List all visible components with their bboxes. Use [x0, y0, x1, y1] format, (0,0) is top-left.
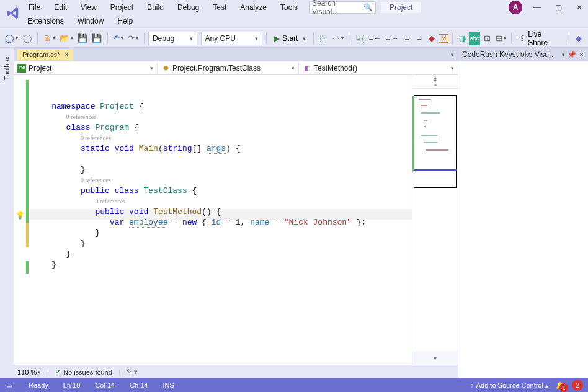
- config-label: Debug: [153, 34, 174, 43]
- tool-a-button[interactable]: ⬚: [318, 32, 329, 45]
- menu-bar-row2: Extensions Window Help: [0, 14, 588, 29]
- separator: [37, 33, 38, 44]
- panel-title-label: CodeRush Keystroke Visuali...: [462, 50, 559, 59]
- gutter: 💡: [14, 75, 26, 365]
- tool-b-button[interactable]: ⋯: [330, 32, 345, 45]
- output-icon[interactable]: ▭: [5, 381, 14, 390]
- new-item-button[interactable]: 🗎: [42, 32, 56, 45]
- issues-label: No issues found: [63, 368, 112, 376]
- close-button[interactable]: ✕: [574, 3, 584, 12]
- menu-file[interactable]: File: [22, 2, 47, 13]
- panel-close-icon[interactable]: ✕: [579, 51, 584, 59]
- platform-combo[interactable]: Any CPU▾: [201, 32, 263, 45]
- search-box[interactable]: Search Visual... 🔍: [309, 1, 376, 14]
- abc-icon[interactable]: abc: [469, 32, 480, 45]
- notifications-button[interactable]: 🔔1: [556, 381, 564, 390]
- minimap[interactable]: ⇕▴ ▾: [412, 75, 458, 365]
- code-editor[interactable]: 💡 namespace Project { 0 references class…: [14, 75, 458, 365]
- nav-class-label: Project.Program.TestClass: [172, 64, 261, 73]
- bookmark-icon[interactable]: ◆: [426, 32, 437, 45]
- menu-extensions[interactable]: Extensions: [21, 16, 70, 27]
- code-text[interactable]: namespace Project { 0 references class P…: [30, 75, 412, 365]
- pin-icon[interactable]: 📌: [568, 51, 576, 59]
- feedback-icon[interactable]: ◆: [573, 32, 584, 45]
- m-icon[interactable]: M: [439, 34, 448, 43]
- back-button[interactable]: ◯: [4, 32, 20, 45]
- caret-misc-icon[interactable]: ✎ ▾: [127, 368, 138, 376]
- save-all-button[interactable]: 💾: [90, 32, 103, 45]
- menu-tools[interactable]: Tools: [274, 2, 304, 13]
- zoom-label: 110 %: [17, 368, 37, 376]
- menu-project[interactable]: Project: [104, 2, 140, 13]
- menu-debug[interactable]: Debug: [171, 2, 205, 13]
- minimap-canvas[interactable]: [412, 89, 458, 351]
- menu-view[interactable]: View: [74, 2, 103, 13]
- live-share-button[interactable]: ⇪Live Share: [515, 30, 565, 47]
- step-icon[interactable]: ↳{: [353, 32, 366, 45]
- panel-dropdown-icon[interactable]: ▾: [562, 51, 565, 58]
- menu-window[interactable]: Window: [71, 16, 110, 27]
- lightbulb-icon[interactable]: 💡: [16, 211, 24, 220]
- window-controls: — ▢ ✕: [532, 3, 584, 12]
- status-ch: Ch 14: [130, 381, 148, 389]
- menu-analyze[interactable]: Analyze: [234, 2, 273, 13]
- zoom-combo[interactable]: 110 %▾: [17, 368, 41, 376]
- menu-help[interactable]: Help: [111, 16, 139, 27]
- menu-build[interactable]: Build: [141, 2, 170, 13]
- separator: [313, 33, 314, 44]
- nav-method-label: TestMethod(): [314, 64, 357, 73]
- search-icon: 🔍: [363, 3, 373, 12]
- avatar[interactable]: A: [509, 1, 522, 14]
- separator: [266, 33, 267, 44]
- outdent-icon[interactable]: ≡←: [367, 32, 383, 45]
- search-placeholder: Search Visual...: [312, 0, 363, 16]
- coderush-panel: CodeRush Keystroke Visuali... ▾ 📌 ✕: [458, 48, 588, 378]
- error-badge[interactable]: 2: [572, 380, 583, 391]
- split-handle[interactable]: ⇕▴: [412, 75, 458, 89]
- forward-button[interactable]: ◯: [21, 32, 33, 45]
- status-ready: Ready: [29, 381, 48, 389]
- tab-label: Program.cs*: [22, 51, 60, 58]
- status-line: Ln 10: [63, 381, 81, 389]
- nav-scope-method[interactable]: ◧ TestMethod() ▾: [299, 61, 458, 74]
- redo-button[interactable]: ↷: [127, 32, 140, 45]
- config-combo[interactable]: Debug▾: [148, 32, 197, 45]
- menu-edit[interactable]: Edit: [48, 2, 73, 13]
- comment-icon[interactable]: ≡: [401, 32, 412, 45]
- separator: [569, 33, 569, 44]
- solution-title-button[interactable]: Project: [381, 2, 421, 13]
- nav-bar: C# Project ▾ ⬣ Project.Program.TestClass…: [14, 61, 458, 75]
- toggle-b-icon[interactable]: ⊡: [481, 32, 492, 45]
- separator: [144, 33, 145, 44]
- tab-program-cs[interactable]: Program.cs* ✕: [17, 49, 73, 60]
- menu-test[interactable]: Test: [207, 2, 233, 13]
- toggle-c-icon[interactable]: ⊞: [494, 32, 507, 45]
- indent-icon[interactable]: ≡→: [385, 32, 401, 45]
- panel-body: [458, 61, 588, 378]
- visual-studio-logo: [6, 6, 20, 20]
- left-rail: Toolbox: [0, 48, 14, 378]
- document-tabs: Program.cs* ✕ ▾: [14, 48, 458, 61]
- uncomment-icon[interactable]: ≡: [414, 32, 425, 45]
- nav-project-label: Project: [29, 64, 51, 73]
- nav-scope-project[interactable]: C# Project ▾: [14, 61, 158, 74]
- scroll-down-icon[interactable]: ▾: [412, 351, 458, 365]
- toolbar: ◯ ◯ 🗎 📂 💾 💾 ↶ ↷ Debug▾ Any CPU▾ ▶Start▾ …: [0, 29, 588, 47]
- issues-status[interactable]: ✔No issues found: [55, 368, 112, 376]
- panel-titlebar[interactable]: CodeRush Keystroke Visuali... ▾ 📌 ✕: [458, 48, 588, 61]
- nav-scope-class[interactable]: ⬣ Project.Program.TestClass ▾: [158, 61, 299, 74]
- status-bar: ▭ Ready Ln 10 Col 14 Ch 14 INS ↑Add to S…: [0, 378, 588, 392]
- close-icon[interactable]: ✕: [64, 51, 69, 59]
- open-button[interactable]: 📂: [58, 32, 74, 45]
- minimize-button[interactable]: —: [532, 3, 542, 12]
- class-icon: ⬣: [161, 64, 170, 73]
- undo-button[interactable]: ↶: [112, 32, 125, 45]
- toggle-a-icon[interactable]: ◑: [457, 32, 468, 45]
- start-button[interactable]: ▶Start▾: [270, 32, 310, 45]
- save-button[interactable]: 💾: [76, 32, 89, 45]
- toolbox-tab[interactable]: Toolbox: [2, 53, 12, 84]
- separator: [349, 33, 349, 44]
- source-control-button[interactable]: ↑Add to Source Control ▴: [470, 381, 548, 389]
- maximize-button[interactable]: ▢: [553, 3, 563, 12]
- tabs-dropdown[interactable]: ▾: [451, 51, 454, 58]
